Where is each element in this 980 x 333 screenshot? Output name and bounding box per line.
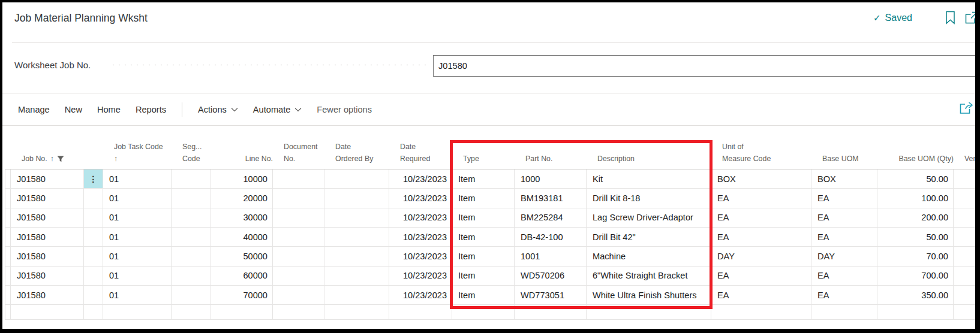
cell-part-no[interactable]: BM225284 [515, 208, 587, 227]
cell-date-ordered-by[interactable] [324, 267, 389, 285]
cell-job-task-code[interactable]: 01 [103, 286, 172, 304]
cell-line-no[interactable]: 40000 [211, 228, 273, 246]
cell-base-uom-qty[interactable]: 100.00 [877, 189, 954, 207]
row-menu-button[interactable]: ⋮ [84, 169, 103, 188]
cell-base-uom-qty[interactable]: 350.00 [877, 286, 954, 304]
share-icon[interactable] [958, 101, 974, 115]
column-header-job-task-code[interactable]: Job Task Code↑ [108, 138, 176, 169]
column-header-part-no[interactable]: Part No. [519, 138, 591, 169]
cell-date-ordered-by[interactable] [324, 228, 389, 246]
cell-part-no[interactable]: BM193181 [515, 189, 587, 207]
cell-line-no[interactable]: 60000 [211, 267, 273, 285]
column-header-job-no[interactable]: Job No.↑ [16, 138, 89, 169]
menu-fewer-options[interactable]: Fewer options [317, 105, 372, 114]
column-header-description[interactable]: Description [591, 138, 716, 169]
cell-job-no[interactable]: J01580 [11, 247, 84, 265]
worksheet-job-no-input[interactable] [433, 55, 979, 77]
cell-date-ordered-by[interactable] [324, 169, 389, 188]
menu-manage[interactable]: Manage [18, 105, 50, 114]
cell-type[interactable]: Item [452, 267, 515, 285]
cell-document-no[interactable] [273, 247, 324, 265]
cell-job-no[interactable]: J01580 [11, 228, 84, 246]
cell-base-uom[interactable]: DAY [811, 247, 877, 265]
menu-new[interactable]: New [65, 105, 82, 114]
cell-base-uom[interactable]: EA [811, 189, 877, 207]
cell-date-required[interactable]: 10/23/2023 [389, 208, 452, 227]
cell-job-task-code[interactable]: 01 [103, 169, 172, 188]
cell-date-required[interactable]: 10/23/2023 [389, 247, 452, 265]
cell-seg-code[interactable] [172, 169, 211, 188]
cell-part-no[interactable]: 1001 [515, 247, 587, 265]
cell-unit-of-measure-code[interactable]: EA [711, 267, 811, 285]
cell-base-uom[interactable]: BOX [811, 169, 877, 188]
cell-unit-of-measure-code[interactable]: EA [711, 189, 811, 207]
cell-date-required[interactable]: 10/23/2023 [389, 267, 452, 285]
column-header-vendor[interactable]: Vendor [958, 138, 980, 169]
cell-vendor[interactable] [954, 267, 980, 285]
cell-type[interactable]: Item [452, 189, 515, 207]
row-selector-cell[interactable] [5, 286, 11, 304]
cell-unit-of-measure-code[interactable]: BOX [711, 169, 811, 188]
cell-job-task-code[interactable]: 01 [103, 267, 172, 285]
cell-date-ordered-by[interactable] [324, 208, 389, 227]
cell-document-no[interactable] [273, 169, 324, 188]
cell-line-no[interactable]: 50000 [211, 247, 273, 265]
cell-part-no[interactable]: 1000 [515, 169, 587, 188]
cell-base-uom[interactable]: EA [811, 208, 877, 227]
cell-type[interactable]: Item [452, 208, 515, 227]
row-selector-cell[interactable] [5, 247, 11, 265]
cell-description[interactable]: Machine [587, 247, 711, 265]
row-selector-cell[interactable] [5, 228, 11, 246]
cell-document-no[interactable] [273, 286, 324, 304]
cell-base-uom[interactable]: EA [811, 286, 877, 304]
cell-seg-code[interactable] [172, 247, 211, 265]
cell-date-required[interactable]: 10/23/2023 [389, 286, 452, 304]
column-header-date-ordered-by[interactable]: DateOrdered By [329, 138, 394, 169]
menu-automate[interactable]: Automate [253, 105, 302, 114]
cell-type[interactable]: Item [452, 247, 515, 265]
cell-description[interactable]: Drill Kit 8-18 [587, 189, 711, 207]
cell-line-no[interactable]: 30000 [211, 208, 273, 227]
cell-document-no[interactable] [273, 228, 324, 246]
cell-job-task-code[interactable]: 01 [103, 228, 172, 246]
cell-job-task-code[interactable]: 01 [103, 208, 172, 227]
cell-base-uom-qty[interactable]: 70.00 [877, 247, 954, 265]
cell-base-uom[interactable]: EA [811, 228, 877, 246]
column-header-type[interactable]: Type [457, 138, 519, 169]
cell-part-no[interactable]: DB-42-100 [515, 228, 587, 246]
cell-base-uom-qty[interactable]: 200.00 [877, 208, 954, 227]
column-header-line-no[interactable]: Line No. [216, 138, 278, 169]
cell-job-no[interactable]: J01580 [11, 189, 84, 207]
cell-description[interactable]: Drill Bit 42" [587, 228, 711, 246]
cell-unit-of-measure-code[interactable]: EA [711, 208, 811, 227]
row-selector-cell[interactable] [5, 267, 11, 285]
cell-unit-of-measure-code[interactable]: EA [711, 228, 811, 246]
row-selector-cell[interactable] [5, 208, 11, 227]
column-header-document-no[interactable]: DocumentNo. [278, 138, 329, 169]
cell-job-no[interactable]: J01580 [11, 286, 84, 304]
cell-base-uom-qty[interactable]: 50.00 [877, 228, 954, 246]
cell-part-no[interactable]: WD570206 [515, 267, 587, 285]
cell-description[interactable]: Lag Screw Driver-Adaptor [587, 208, 711, 227]
row-selector-cell[interactable] [5, 169, 11, 188]
cell-date-ordered-by[interactable] [324, 247, 389, 265]
cell-document-no[interactable] [273, 208, 324, 227]
cell-job-no[interactable]: J01580 [11, 267, 84, 285]
cell-vendor[interactable] [954, 208, 980, 227]
cell-type[interactable]: Item [452, 169, 515, 188]
column-header-seg-code[interactable]: Seg...Code [176, 138, 216, 169]
cell-vendor[interactable] [954, 247, 980, 265]
cell-seg-code[interactable] [172, 286, 211, 304]
cell-line-no[interactable]: 20000 [211, 189, 273, 207]
cell-vendor[interactable] [954, 228, 980, 246]
bookmark-icon[interactable] [945, 11, 955, 25]
cell-document-no[interactable] [273, 189, 324, 207]
column-header-base-uom-qty[interactable]: Base UOM (Qty) [882, 138, 958, 169]
cell-type[interactable]: Item [452, 286, 515, 304]
cell-seg-code[interactable] [172, 228, 211, 246]
column-header-date-required[interactable]: DateRequired [394, 138, 457, 169]
cell-date-required[interactable]: 10/23/2023 [389, 189, 452, 207]
menu-reports[interactable]: Reports [136, 105, 166, 114]
cell-document-no[interactable] [273, 267, 324, 285]
column-header-unit-of-measure-code[interactable]: Unit ofMeasure Code [716, 138, 816, 169]
